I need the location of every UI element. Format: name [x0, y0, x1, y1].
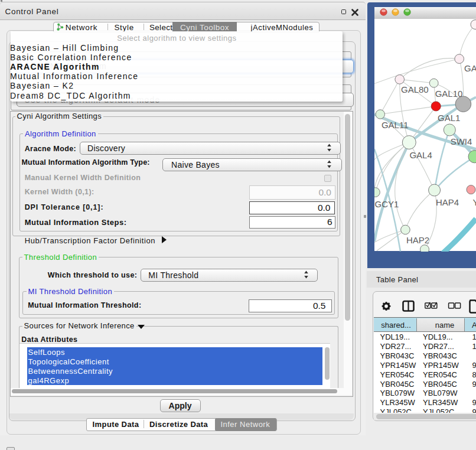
- svg-text:GAL11: GAL11: [382, 120, 409, 130]
- svg-text:HAP4: HAP4: [436, 197, 459, 207]
- svg-text:GAL4: GAL4: [409, 149, 432, 159]
- svg-text:GAL80: GAL80: [401, 84, 429, 94]
- svg-text:GAL: GAL: [464, 63, 476, 73]
- svg-text:GAL1: GAL1: [438, 112, 460, 122]
- svg-text:HAP2: HAP2: [406, 234, 429, 244]
- svg-text:SWI4: SWI4: [451, 136, 472, 146]
- svg-text:GAL10: GAL10: [435, 88, 463, 98]
- svg-text:GCY1: GCY1: [375, 198, 399, 208]
- svg-text:Y: Y: [473, 197, 476, 207]
